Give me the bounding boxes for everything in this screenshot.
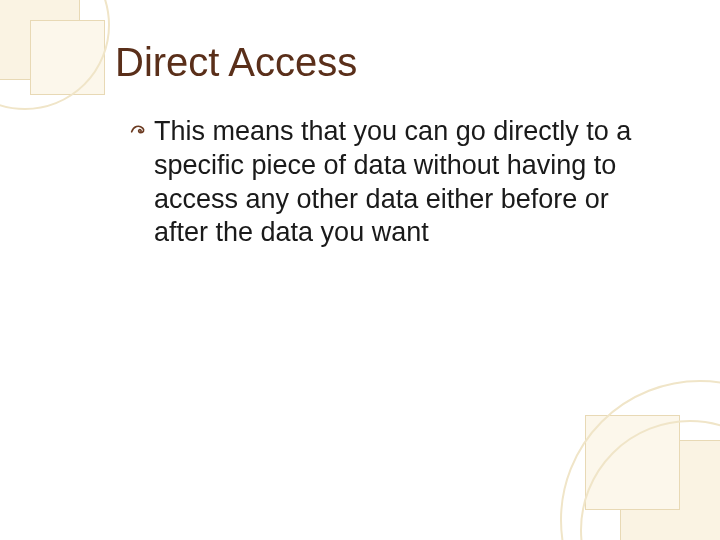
bullet-text: This means that you can go directly to a… xyxy=(154,115,660,250)
bullet-flourish-icon xyxy=(128,117,150,148)
bullet-item: This means that you can go directly to a… xyxy=(128,115,660,250)
slide-title: Direct Access xyxy=(115,40,660,85)
slide-content: Direct Access This means that you can go… xyxy=(0,0,720,290)
